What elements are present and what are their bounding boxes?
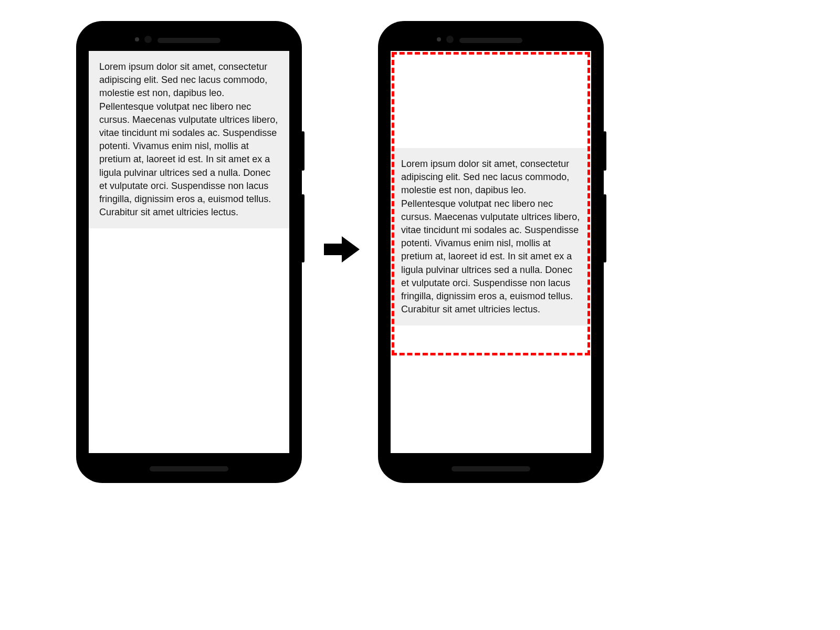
body-text-block: Lorem ipsum dolor sit amet, consectetur …: [391, 148, 591, 326]
phone-volume-button: [603, 194, 606, 262]
phone-chin-speaker: [452, 466, 530, 471]
arrow-right-icon: [324, 231, 361, 268]
phone-screen-right: Lorem ipsum dolor sit amet, consectetur …: [391, 51, 591, 453]
inset-top-spacer: [391, 51, 591, 148]
phone-sensor-cluster: [82, 33, 296, 48]
phone-power-button: [603, 131, 606, 171]
body-text-block: Lorem ipsum dolor sit amet, consectetur …: [89, 51, 289, 228]
svg-marker-0: [324, 236, 360, 262]
phone-sensor-cluster: [384, 33, 597, 48]
phone-power-button: [301, 131, 304, 171]
phone-volume-button: [301, 194, 304, 262]
phone-mockup-left: Lorem ipsum dolor sit amet, consectetur …: [76, 21, 302, 483]
phone-mockup-right: Lorem ipsum dolor sit amet, consectetur …: [378, 21, 604, 483]
phone-screen-left: Lorem ipsum dolor sit amet, consectetur …: [89, 51, 289, 453]
phone-chin-speaker: [150, 466, 228, 471]
